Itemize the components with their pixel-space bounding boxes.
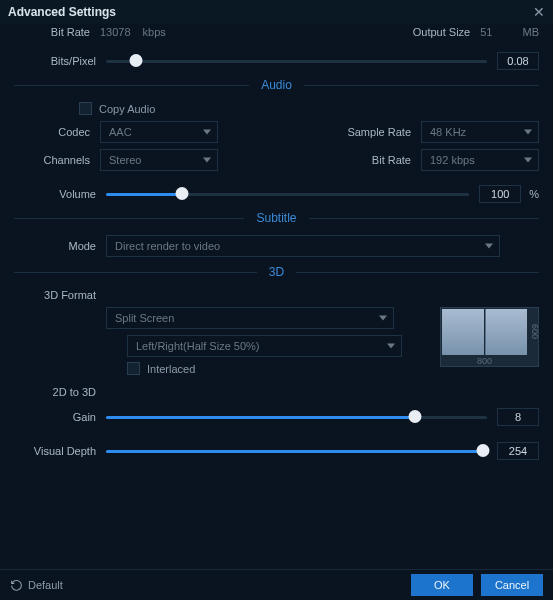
footer: Default OK Cancel bbox=[0, 569, 553, 600]
bitrate-label: Bit Rate bbox=[14, 26, 100, 38]
codec-label: Codec bbox=[14, 126, 100, 138]
close-icon[interactable]: ✕ bbox=[533, 4, 545, 20]
samplerate-label: Sample Rate bbox=[335, 126, 421, 138]
outputsize-value: 51 bbox=[480, 26, 492, 38]
mode-select[interactable]: Direct render to video bbox=[106, 235, 500, 257]
preview-width: 800 bbox=[441, 356, 528, 366]
channels-label: Channels bbox=[14, 154, 100, 166]
interlaced-checkbox[interactable] bbox=[127, 362, 140, 375]
default-button[interactable]: Default bbox=[10, 579, 63, 592]
bitspixel-slider[interactable] bbox=[106, 53, 487, 69]
3d-subformat-select[interactable]: Left/Right(Half Size 50%) bbox=[127, 335, 402, 357]
outputsize-unit: MB bbox=[523, 26, 540, 38]
2dto3d-label: 2D to 3D bbox=[14, 386, 106, 398]
codec-select[interactable]: AAC bbox=[100, 121, 218, 143]
3d-format-select[interactable]: Split Screen bbox=[106, 307, 394, 329]
preview-height: 600 bbox=[530, 308, 540, 356]
depth-value[interactable]: 254 bbox=[497, 442, 539, 460]
content-area: Bit Rate 13078 kbps Output Size 51 MB Bi… bbox=[0, 24, 553, 569]
samplerate-select[interactable]: 48 KHz bbox=[421, 121, 539, 143]
depth-label: Visual Depth bbox=[14, 445, 106, 457]
cancel-button[interactable]: Cancel bbox=[481, 574, 543, 596]
chevron-down-icon bbox=[379, 316, 387, 321]
reset-icon bbox=[10, 579, 23, 592]
copy-audio-checkbox[interactable] bbox=[79, 102, 92, 115]
chevron-down-icon bbox=[524, 158, 532, 163]
chevron-down-icon bbox=[524, 130, 532, 135]
audio-bitrate-select[interactable]: 192 kbps bbox=[421, 149, 539, 171]
audio-bitrate-label: Bit Rate bbox=[335, 154, 421, 166]
3d-heading: 3D bbox=[257, 265, 296, 279]
subtitle-heading: Subtitle bbox=[244, 211, 308, 225]
interlaced-label: Interlaced bbox=[147, 363, 195, 375]
gain-label: Gain bbox=[14, 411, 106, 423]
3d-format-label: 3D Format bbox=[14, 289, 106, 301]
copy-audio-label: Copy Audio bbox=[99, 103, 155, 115]
volume-label: Volume bbox=[14, 188, 106, 200]
ok-button[interactable]: OK bbox=[411, 574, 473, 596]
mode-label: Mode bbox=[14, 240, 106, 252]
gain-slider[interactable] bbox=[106, 409, 487, 425]
chevron-down-icon bbox=[485, 244, 493, 249]
channels-select[interactable]: Stereo bbox=[100, 149, 218, 171]
volume-slider[interactable] bbox=[106, 186, 469, 202]
outputsize-label: Output Size bbox=[394, 26, 480, 38]
chevron-down-icon bbox=[203, 130, 211, 135]
volume-value[interactable]: 100 bbox=[479, 185, 521, 203]
3d-preview: 800 600 bbox=[440, 307, 539, 367]
depth-slider[interactable] bbox=[106, 443, 487, 459]
window-title: Advanced Settings bbox=[8, 5, 116, 19]
title-bar: Advanced Settings ✕ bbox=[0, 0, 553, 24]
bitrate-value: 13078 bbox=[100, 26, 131, 38]
gain-value[interactable]: 8 bbox=[497, 408, 539, 426]
default-label: Default bbox=[28, 579, 63, 591]
chevron-down-icon bbox=[203, 158, 211, 163]
bitrate-unit: kbps bbox=[143, 26, 166, 38]
chevron-down-icon bbox=[387, 344, 395, 349]
volume-unit: % bbox=[529, 188, 539, 200]
bitspixel-value[interactable]: 0.08 bbox=[497, 52, 539, 70]
audio-heading: Audio bbox=[249, 78, 304, 92]
bitspixel-label: Bits/Pixel bbox=[14, 55, 106, 67]
